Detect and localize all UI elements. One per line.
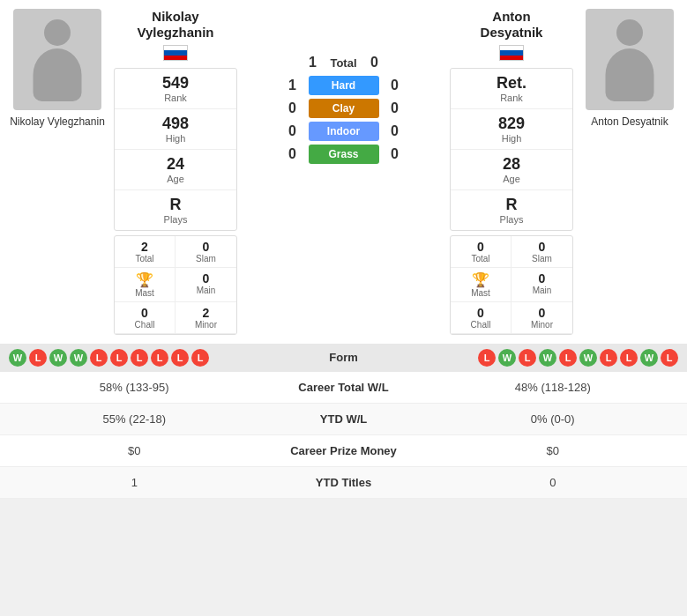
player2-total-label: Total: [471, 254, 489, 263]
stats-right-0: 48% (118-128): [432, 381, 675, 394]
player1-area: Nikolay Vylegzhanin Nikolay Vylegzhanin …: [4, 9, 237, 335]
player1-high-value: 498: [162, 115, 189, 133]
form-badge: L: [559, 349, 577, 367]
stats-label-2: Career Prize Money: [256, 444, 432, 457]
stats-right-2: $0: [432, 444, 675, 457]
player1-age-value: 24: [167, 155, 184, 174]
player2-chall: 0 Chall: [451, 302, 512, 334]
surface-score-right-clay: 0: [386, 100, 404, 116]
form-badge: L: [171, 349, 189, 367]
player2-area: Anton Desyatnik Ret. Rank 829 High 28: [450, 9, 683, 335]
form-badge: W: [579, 349, 597, 367]
total-score-right: 0: [366, 55, 384, 71]
form-badge: L: [478, 349, 496, 367]
player2-age-label: Age: [503, 174, 520, 184]
player2-plays-row: R Plays: [451, 190, 572, 230]
player2-rank-row: Ret. Rank: [451, 69, 572, 109]
surface-badge-grass: Grass: [309, 145, 379, 164]
player2-mast-label: Mast: [471, 288, 490, 298]
main-container: Nikolay Vylegzhanin Nikolay Vylegzhanin …: [0, 0, 687, 499]
player1-mast-value: 🏆: [136, 271, 153, 288]
surface-row-indoor: 0 Indoor 0: [237, 122, 450, 141]
stats-label-1: YTD W/L: [256, 412, 432, 426]
player1-age-label: Age: [167, 174, 184, 184]
form-label: Form: [291, 351, 397, 364]
surface-badge-hard: Hard: [309, 76, 379, 95]
player2-name: Anton Desyatnik: [591, 115, 668, 128]
player2-main-value: 0: [539, 271, 546, 286]
form-badge: W: [9, 349, 26, 367]
player2-age-row: 28 Age: [451, 150, 572, 190]
player1-rank-row: 549 Rank: [115, 69, 236, 109]
surface-row-clay: 0 Clay 0: [237, 99, 450, 118]
player1-slam-value: 0: [203, 240, 210, 254]
stats-row: 58% (133-95) Career Total W/L 48% (118-1…: [0, 372, 687, 404]
player1-mini-stats: 2 Total 0 Slam 🏆 Mast 0 Main: [114, 235, 237, 335]
form-row: WLWWLLLLLL Form LWLWLWLLWL: [0, 344, 687, 372]
player2-name-top: Anton Desyatnik: [450, 9, 573, 41]
form-badge: L: [600, 349, 617, 367]
player2-mast: 🏆 Mast: [451, 268, 512, 302]
player2-plays-label: Plays: [500, 214, 524, 225]
stats-left-2: $0: [13, 444, 256, 457]
form-badge: L: [191, 349, 209, 367]
stats-row: 55% (22-18) YTD W/L 0% (0-0): [0, 404, 687, 435]
surface-row-hard: 1 Hard 0: [237, 76, 450, 95]
player1-slam-label: Slam: [196, 254, 216, 263]
surface-rows: 1 Hard 0 0 Clay 0 0 Indoor 0 0 Grass 0: [237, 76, 450, 164]
player2-high-row: 829 High: [451, 109, 572, 150]
player2-minor-label: Minor: [531, 320, 553, 330]
form-badge: W: [498, 349, 516, 367]
player1-mast-label: Mast: [135, 288, 154, 298]
player1-flag: [114, 44, 237, 61]
player1-high-label: High: [166, 133, 186, 144]
surface-row-grass: 0 Grass 0: [237, 145, 450, 164]
stats-left-1: 55% (22-18): [13, 412, 256, 426]
surface-badge-indoor: Indoor: [309, 122, 379, 141]
stats-left-3: 1: [13, 476, 256, 489]
stats-right-3: 0: [432, 476, 675, 489]
total-score-row: 1 Total 0: [237, 55, 450, 71]
player2-mast-value: 🏆: [472, 271, 489, 288]
stats-row: $0 Career Prize Money $0: [0, 435, 687, 467]
player2-form: LWLWLWLLWL: [397, 349, 679, 367]
player1-chall-value: 0: [141, 306, 148, 320]
form-badge: L: [131, 349, 148, 367]
form-badge: L: [110, 349, 128, 367]
player1-age-row: 24 Age: [115, 150, 236, 190]
stats-rows: 58% (133-95) Career Total W/L 48% (118-1…: [0, 372, 687, 499]
player1-chall-label: Chall: [135, 320, 155, 330]
form-badge: L: [151, 349, 168, 367]
player1-total: 2 Total: [115, 236, 175, 268]
player2-stats: Anton Desyatnik Ret. Rank 829 High 28: [450, 9, 573, 335]
player1-flag-icon: [163, 45, 188, 61]
player2-photo: [586, 9, 674, 110]
player1-main-value: 0: [203, 271, 210, 286]
surface-score-left-hard: 1: [284, 78, 302, 93]
form-badge: W: [539, 349, 556, 367]
player2-slam: 0 Slam: [512, 236, 572, 268]
player1-slam: 0 Slam: [175, 236, 236, 268]
form-badge: L: [661, 349, 678, 367]
surface-score-left-grass: 0: [284, 146, 302, 162]
player1-rank-value: 549: [162, 74, 189, 93]
player2-chall-label: Chall: [471, 320, 491, 330]
player1-plays-row: R Plays: [115, 190, 236, 230]
player2-rank-value: Ret.: [497, 74, 526, 93]
player2-card: Anton Desyatnik: [577, 9, 683, 128]
player2-total: 0 Total: [451, 236, 512, 268]
player2-main: 0 Main: [512, 268, 572, 302]
players-comparison: Nikolay Vylegzhanin Nikolay Vylegzhanin …: [0, 0, 687, 344]
surface-badge-clay: Clay: [309, 99, 379, 118]
player1-total-label: Total: [135, 254, 153, 263]
total-score-left: 1: [303, 55, 321, 71]
player1-form: WLWWLLLLLL: [9, 349, 291, 367]
player1-minor: 2 Minor: [175, 302, 236, 334]
player2-slam-label: Slam: [532, 254, 552, 263]
player2-flag: [450, 44, 573, 61]
player1-stats-table: 549 Rank 498 High 24 Age R Plays: [114, 68, 237, 231]
stats-label-3: YTD Titles: [256, 476, 432, 489]
surface-score-left-indoor: 0: [284, 123, 302, 139]
player1-plays-value: R: [170, 196, 182, 214]
player2-minor: 0 Minor: [512, 302, 572, 334]
